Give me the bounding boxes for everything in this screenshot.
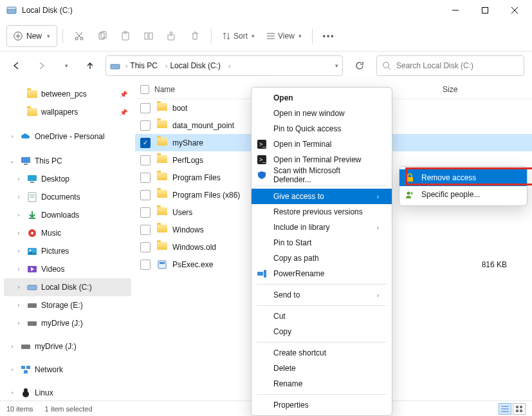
sidebar-label: Desktop — [41, 175, 69, 184]
breadcrumb-segment[interactable]: ›Local Disk (C:) — [163, 60, 223, 71]
forward-button[interactable] — [32, 57, 50, 75]
more-button[interactable]: ••• — [318, 25, 340, 47]
sidebar-item[interactable]: ›Music — [4, 224, 131, 242]
item-icon — [27, 318, 37, 328]
ctx-powerrename[interactable]: PowerRename — [252, 266, 392, 281]
svg-rect-62 — [516, 406, 518, 408]
row-checkbox[interactable] — [140, 225, 151, 235]
linux-item[interactable]: ›Linux — [4, 384, 131, 401]
ctx-pin-quick[interactable]: Pin to Quick access — [252, 121, 392, 137]
quick-access-item[interactable]: between_pcs📌 — [4, 85, 131, 103]
row-checkbox[interactable] — [140, 103, 151, 113]
col-size[interactable]: Size — [443, 85, 507, 94]
folder-icon — [157, 225, 167, 232]
submenu-remove-access[interactable]: Remove access — [399, 169, 527, 186]
ctx-properties[interactable]: Properties — [252, 397, 392, 413]
expand-icon[interactable]: › — [14, 266, 23, 272]
sidebar-item[interactable]: ›Downloads — [4, 206, 131, 224]
expand-icon[interactable]: › — [8, 133, 17, 140]
ctx-open-new-window[interactable]: Open in new window — [252, 106, 392, 121]
svg-point-57 — [407, 192, 410, 195]
sidebar-item[interactable]: ›Storage (E:) — [4, 296, 131, 314]
row-checkbox[interactable] — [140, 155, 151, 165]
expand-icon[interactable]: › — [14, 302, 23, 308]
breadcrumb-segment[interactable]: ›This PC — [123, 60, 160, 71]
expand-icon[interactable]: › — [8, 366, 17, 373]
ctx-delete[interactable]: Delete — [252, 361, 392, 376]
maximize-button[interactable] — [470, 0, 500, 21]
back-button[interactable] — [8, 57, 26, 75]
sidebar-label: myDrive (J:) — [41, 319, 83, 328]
ctx-open[interactable]: Open — [252, 90, 392, 106]
share-button[interactable] — [161, 25, 183, 47]
expand-icon[interactable]: › — [8, 343, 17, 350]
sort-button[interactable]: Sort ▾ — [217, 25, 260, 47]
paste-button[interactable] — [115, 25, 136, 47]
row-checkbox[interactable] — [140, 260, 151, 270]
ctx-pin-start[interactable]: Pin to Start — [252, 235, 392, 251]
ctx-open-terminal[interactable]: >_Open in Terminal — [252, 137, 392, 152]
view-button[interactable]: View ▾ — [261, 25, 307, 47]
network-icon — [21, 364, 31, 375]
sidebar-item[interactable]: ›Local Disk (C:) — [4, 278, 131, 296]
refresh-button[interactable] — [349, 55, 370, 76]
details-view-toggle[interactable] — [499, 403, 511, 415]
ctx-open-terminal-preview[interactable]: >_Open in Terminal Preview — [252, 152, 392, 167]
recent-button[interactable]: ▾ — [57, 57, 75, 75]
mydrive-item[interactable]: ›myDrive (J:) — [4, 337, 131, 355]
ctx-send-to[interactable]: Send to› — [252, 287, 392, 303]
sidebar-item[interactable]: ›Documents — [4, 188, 131, 206]
sidebar-item[interactable]: ›Videos — [4, 260, 131, 278]
thispc-item[interactable]: ⌄This PC — [4, 152, 131, 170]
up-button[interactable] — [81, 57, 99, 75]
cloud-icon — [21, 131, 31, 142]
ctx-scan-defender[interactable]: Scan with Microsoft Defender... — [252, 167, 392, 183]
new-button[interactable]: New ▾ — [6, 25, 57, 47]
sidebar-item[interactable]: ›Pictures — [4, 242, 131, 260]
row-checkbox[interactable] — [140, 173, 151, 183]
submenu-specific-people[interactable]: Specific people... — [399, 186, 527, 203]
ctx-rename[interactable]: Rename — [252, 376, 392, 392]
ctx-include-library[interactable]: Include in library› — [252, 220, 392, 235]
collapse-icon[interactable]: ⌄ — [8, 158, 17, 164]
onedrive-item[interactable]: ›OneDrive - Personal — [4, 128, 131, 146]
cut-button[interactable] — [68, 25, 90, 47]
expand-icon[interactable]: › — [14, 320, 23, 326]
close-button[interactable] — [500, 0, 529, 21]
quick-access-item[interactable]: wallpapers📌 — [4, 103, 131, 121]
ctx-restore-previous[interactable]: Restore previous versions — [252, 204, 392, 220]
sidebar-item[interactable]: ›myDrive (J:) — [4, 314, 131, 332]
search-input[interactable]: Search Local Disk (C:) — [376, 55, 524, 76]
expand-icon[interactable]: › — [14, 176, 23, 182]
ctx-copy[interactable]: Copy — [252, 324, 392, 339]
select-all-checkbox[interactable] — [140, 85, 149, 94]
expand-icon[interactable]: › — [14, 284, 23, 290]
ctx-copy-path[interactable]: Copy as path — [252, 251, 392, 266]
row-checkbox[interactable] — [140, 120, 151, 131]
rename-button[interactable] — [138, 25, 160, 47]
expand-icon[interactable]: › — [8, 390, 17, 396]
paste-icon — [120, 31, 131, 41]
svg-point-35 — [31, 232, 33, 234]
minimize-button[interactable] — [441, 0, 470, 21]
row-checkbox[interactable] — [140, 207, 151, 218]
chevron-down-icon[interactable]: ▾ — [335, 62, 338, 69]
address-bar[interactable]: ›This PC ›Local Disk (C:) › ▾ — [105, 55, 343, 76]
delete-button[interactable] — [184, 25, 206, 47]
ctx-create-shortcut[interactable]: Create shortcut — [252, 345, 392, 361]
expand-icon[interactable]: › — [14, 230, 23, 236]
thumbnails-view-toggle[interactable] — [513, 403, 526, 415]
sidebar-item[interactable]: ›Desktop — [4, 170, 131, 188]
col-name[interactable]: Name — [154, 85, 175, 94]
copy-button[interactable] — [91, 25, 113, 47]
expand-icon[interactable]: › — [14, 248, 23, 254]
ctx-cut[interactable]: Cut — [252, 308, 392, 324]
expand-icon[interactable]: › — [14, 194, 23, 200]
ctx-give-access[interactable]: Give access to› — [252, 189, 392, 204]
drive-icon — [21, 341, 31, 352]
row-checkbox[interactable] — [140, 138, 151, 148]
row-checkbox[interactable] — [140, 190, 151, 200]
row-checkbox[interactable] — [140, 242, 151, 252]
expand-icon[interactable]: › — [14, 212, 23, 218]
network-item[interactable]: ›Network — [4, 361, 131, 379]
